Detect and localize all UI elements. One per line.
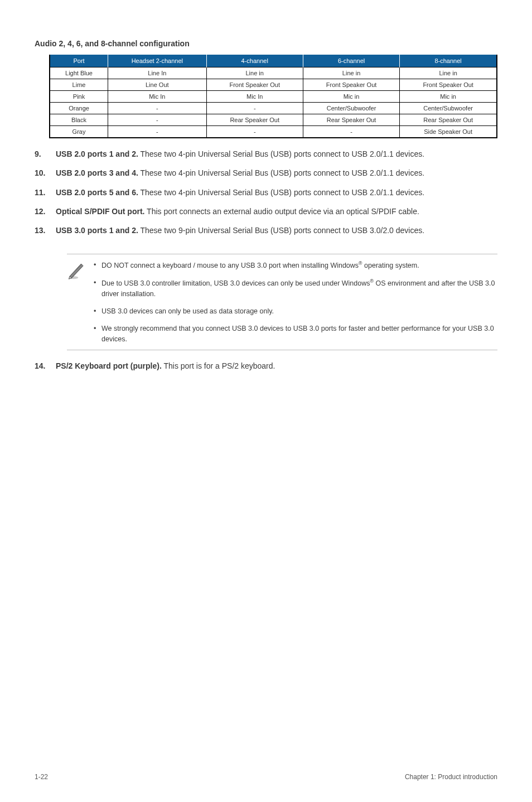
audio-config-table: Port Headset 2-channel 4-channel 6-chann… (49, 55, 497, 138)
table-cell: - (206, 126, 303, 138)
table-row: Light Blue Line In Line in Line in Line … (50, 67, 497, 79)
table-cell: Side Speaker Out (400, 126, 497, 138)
list-item: 10. USB 2.0 ports 3 and 4. These two 4-p… (35, 167, 497, 178)
item-body: USB 2.0 ports 5 and 6. These two 4-pin U… (56, 187, 497, 198)
table-cell: Mic In (108, 91, 206, 103)
table-cell: Lime (50, 79, 108, 91)
table-cell: Line in (400, 67, 497, 79)
chapter-label: Chapter 1: Product introduction (405, 773, 497, 781)
list-item: 14. PS/2 Keyboard port (purple). This po… (35, 360, 497, 371)
list-item: 9. USB 2.0 ports 1 and 2. These two 4-pi… (35, 148, 497, 160)
list-item: 11. USB 2.0 ports 5 and 6. These two 4-p… (35, 187, 497, 198)
table-cell: - (303, 126, 399, 138)
page-footer: 1-22 Chapter 1: Product introduction (35, 762, 497, 781)
item-rest: These two 4-pin Universal Serial Bus (US… (138, 188, 424, 197)
table-cell: Gray (50, 126, 108, 138)
table-cell: - (108, 103, 206, 114)
table-cell: Pink (50, 91, 108, 103)
note-item: USB 3.0 devices can only be used as data… (94, 306, 497, 317)
table-cell: - (206, 103, 303, 114)
item-number: 13. (35, 225, 56, 236)
note-pre: USB 3.0 devices can only be used as data… (101, 307, 274, 315)
table-row: Black - Rear Speaker Out Rear Speaker Ou… (50, 114, 497, 126)
item-body: Optical S/PDIF Out port. This port conne… (56, 206, 497, 217)
table-cell: Front Speaker Out (400, 79, 497, 91)
item-rest: This port is for a PS/2 keyboard. (162, 361, 275, 370)
table-cell: Center/Subwoofer (400, 103, 497, 114)
page-number: 1-22 (35, 773, 48, 781)
table-cell: Line in (206, 67, 303, 79)
item-lead: Optical S/PDIF Out port. (56, 207, 144, 216)
item-body: USB 2.0 ports 1 and 2. These two 4-pin U… (56, 148, 497, 160)
header-cell: 8-channel (400, 55, 497, 67)
numbered-list-9-13: 9. USB 2.0 ports 1 and 2. These two 4-pi… (35, 148, 497, 244)
numbered-list-14: 14. PS/2 Keyboard port (purple). This po… (35, 360, 497, 379)
note-item: Due to USB 3.0 controller limitation, US… (94, 278, 497, 299)
svg-marker-1 (70, 264, 83, 279)
item-body: PS/2 Keyboard port (purple). This port i… (56, 360, 497, 371)
table-cell: Front Speaker Out (303, 79, 399, 91)
table-cell: Line in (303, 67, 399, 79)
note-post: operating system. (362, 262, 419, 270)
table-cell: - (108, 114, 206, 126)
table-cell: Line In (108, 67, 206, 79)
table-header-row: Port Headset 2-channel 4-channel 6-chann… (50, 55, 497, 67)
table-row: Orange - - Center/Subwoofer Center/Subwo… (50, 103, 497, 114)
item-lead: USB 2.0 ports 5 and 6. (56, 188, 138, 197)
header-cell: 6-channel (303, 55, 399, 67)
note-item: DO NOT connect a keyboard / mouse to any… (94, 260, 497, 271)
table-cell: Rear Speaker Out (400, 114, 497, 126)
item-number: 14. (35, 360, 56, 371)
table-cell: Line Out (108, 79, 206, 91)
table-row: Pink Mic In Mic In Mic in Mic in (50, 91, 497, 103)
table-cell: Center/Subwoofer (303, 103, 399, 114)
item-lead: USB 2.0 ports 3 and 4. (56, 168, 138, 177)
header-cell: 4-channel (206, 55, 303, 67)
note-pre: We strongly recommend that you connect U… (101, 325, 494, 343)
table-cell: - (108, 126, 206, 138)
table-cell: Front Speaker Out (206, 79, 303, 91)
table-cell: Orange (50, 103, 108, 114)
item-number: 10. (35, 167, 56, 178)
table-cell: Mic in (400, 91, 497, 103)
list-item: 13. USB 3.0 ports 1 and 2. These two 9-p… (35, 225, 497, 236)
table-cell: Black (50, 114, 108, 126)
item-rest: These two 4-pin Universal Serial Bus (US… (138, 149, 424, 158)
section-title: Audio 2, 4, 6, and 8-channel configurati… (35, 39, 497, 48)
note-pre: DO NOT connect a keyboard / mouse to any… (101, 262, 359, 270)
page: Audio 2, 4, 6, and 8-channel configurati… (0, 0, 532, 802)
header-cell: Port (50, 55, 108, 67)
table-row: Lime Line Out Front Speaker Out Front Sp… (50, 79, 497, 91)
item-lead: USB 3.0 ports 1 and 2. (56, 226, 138, 235)
note-pre: Due to USB 3.0 controller limitation, US… (101, 280, 370, 288)
table-cell: Mic in (303, 91, 399, 103)
table-cell: Rear Speaker Out (303, 114, 399, 126)
item-lead: PS/2 Keyboard port (purple). (56, 361, 162, 370)
item-number: 9. (35, 148, 56, 160)
item-rest: This port connects an external audio out… (144, 207, 419, 216)
item-lead: USB 2.0 ports 1 and 2. (56, 149, 138, 158)
table-cell: Rear Speaker Out (206, 114, 303, 126)
table-cell: Light Blue (50, 67, 108, 79)
item-rest: These two 9-pin Universal Serial Bus (US… (138, 226, 424, 235)
note-list: DO NOT connect a keyboard / mouse to any… (94, 260, 497, 344)
item-number: 11. (35, 187, 56, 198)
header-cell: Headset 2-channel (108, 55, 206, 67)
item-body: USB 3.0 ports 1 and 2. These two 9-pin U… (56, 225, 497, 236)
table-cell: Mic In (206, 91, 303, 103)
item-rest: These two 4-pin Universal Serial Bus (US… (138, 168, 424, 177)
item-number: 12. (35, 206, 56, 217)
item-body: USB 2.0 ports 3 and 4. These two 4-pin U… (56, 167, 497, 178)
pencil-icon (67, 260, 94, 344)
table-row: Gray - - - Side Speaker Out (50, 126, 497, 138)
list-item: 12. Optical S/PDIF Out port. This port c… (35, 206, 497, 217)
note-box: DO NOT connect a keyboard / mouse to any… (67, 254, 497, 350)
note-item: We strongly recommend that you connect U… (94, 323, 497, 345)
